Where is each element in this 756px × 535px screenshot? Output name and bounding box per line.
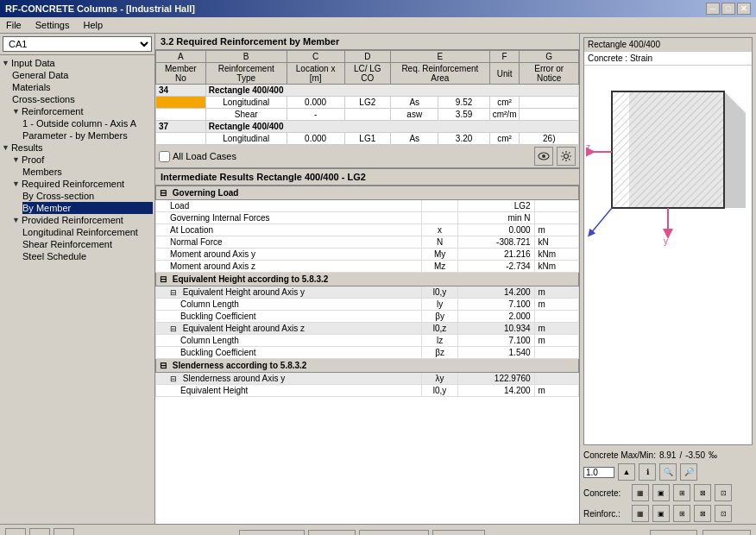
tree-parameter-by-members[interactable]: Parameter - by Members <box>22 129 153 142</box>
row-value: -308.721 <box>458 236 534 249</box>
concrete-spinner[interactable] <box>583 467 614 478</box>
collapse-icon[interactable]: ⊟ <box>160 361 167 370</box>
table-row[interactable]: Shear - asw 3.59 cm²/m <box>156 109 579 121</box>
zoom-in-button[interactable]: 🔍 <box>659 463 677 481</box>
dialog-buttons: OK Cancel <box>650 530 751 535</box>
row-unit: m <box>534 224 578 236</box>
cancel-button[interactable]: Cancel <box>702 530 751 535</box>
table-row: Moment around Axis z Mz -2.734 kNm <box>156 261 579 273</box>
table-row[interactable]: Longitudinal 0.000 LG2 As 9.52 cm² <box>156 97 579 109</box>
menu-help[interactable]: Help <box>80 19 105 31</box>
tree-materials[interactable]: Materials <box>12 81 153 93</box>
tree-steel-schedule[interactable]: Steel Schedule <box>22 250 153 262</box>
spinner-up[interactable]: ▲ <box>618 463 635 481</box>
close-button[interactable]: ✕ <box>737 3 751 15</box>
reinforce-btn-2[interactable]: ▣ <box>652 505 670 522</box>
table-row[interactable]: Longitudinal 0.000 LG1 As 3.20 cm² 26) <box>156 133 579 145</box>
tree-by-member[interactable]: By Member <box>22 202 153 214</box>
row-label: Column Length <box>156 335 422 347</box>
tree-cross-sections[interactable]: Cross-sections <box>12 93 153 105</box>
reinforce-row-label: Reinforc.: <box>583 509 628 519</box>
collapse-icon[interactable]: ⊟ <box>160 274 167 284</box>
cell-lc-lg: LG2 <box>344 97 390 109</box>
tree-proof[interactable]: ▼ Proof <box>12 154 153 166</box>
menu-file[interactable]: File <box>3 19 24 31</box>
cell-symbol: asw <box>391 109 438 121</box>
row-symbol: lz <box>421 335 458 347</box>
reinforcement-table: A B C D E F G Member No Reinforcement Ty… <box>155 50 579 145</box>
cell-location: - <box>287 109 344 121</box>
window-title: RF-CONCRETE Columns - [Industrial Hall] <box>5 3 195 14</box>
row-label: Moment around Axis y <box>156 249 422 261</box>
nav-forward-button[interactable]: ▷ <box>29 528 50 535</box>
collapse-icon[interactable]: ⊟ <box>160 188 167 198</box>
cell-no <box>156 109 206 121</box>
table-row: Load LG2 <box>156 200 579 212</box>
row-unit: m <box>534 286 578 299</box>
col-c: C <box>287 51 344 63</box>
table-row: ⊟ Equivalent Height around Axis z l0,z 1… <box>156 323 579 335</box>
tree-longitudinal-reinforcement[interactable]: Longitudinal Reinforcement <box>22 226 153 238</box>
row-symbol: x <box>421 224 458 236</box>
row-value: 7.100 <box>458 335 534 347</box>
tree-provided-reinforcement[interactable]: ▼ Provided Reinforcement <box>12 214 153 226</box>
zoom-out-button[interactable]: 🔎 <box>680 463 697 481</box>
group-slenderness: ⊟ Slenderness according to 5.8.3.2 <box>156 359 579 373</box>
row-value: min N <box>458 212 534 224</box>
messages-button[interactable]: Messages... <box>359 530 429 535</box>
group-governing-load: ⊟ Governing Load <box>156 186 579 200</box>
row-label: Column Length <box>156 299 422 311</box>
eye-button[interactable] <box>534 147 553 166</box>
concrete-btn-3[interactable]: ⊞ <box>673 484 690 501</box>
settings-button[interactable] <box>557 147 576 166</box>
graphic-button[interactable]: Graphic <box>432 530 485 535</box>
row-label: At Location <box>156 224 422 236</box>
row-label: ⊟ Equivalent Height around Axis y <box>156 286 422 299</box>
nav-down-button[interactable]: ↓ <box>54 528 74 535</box>
right-panel: Rectangle 400/400 Concrete : Strain <box>579 34 756 524</box>
cell-reinforcement-type: Shear <box>205 109 287 121</box>
nav-back-button[interactable]: ◁ <box>5 528 26 535</box>
concrete-btn-2[interactable]: ▣ <box>652 484 670 501</box>
table-row: Column Length lz 7.100 m <box>156 335 579 347</box>
tree-required-reinforcement[interactable]: ▼ Required Reinforcement <box>12 178 153 190</box>
tree-reinforcement[interactable]: ▼ Reinforcement <box>12 105 153 117</box>
menu-settings[interactable]: Settings <box>33 19 72 31</box>
tree-shear-reinforcement[interactable]: Shear Reinforcement <box>22 238 153 250</box>
minimize-button[interactable]: ─ <box>706 3 720 15</box>
col-f: F <box>489 51 520 63</box>
maximize-button[interactable]: □ <box>721 3 735 15</box>
cell-lc-lg: LG1 <box>344 133 390 145</box>
tree-input-data[interactable]: ▼ Input Data <box>2 57 153 69</box>
eye-icon <box>538 152 550 160</box>
all-load-cases-checkbox[interactable]: All Load Cases <box>159 151 236 162</box>
row-label: Load <box>156 200 422 212</box>
row-label: ⊟ Equivalent Height around Axis z <box>156 323 422 335</box>
row-unit <box>534 200 578 212</box>
tree-members[interactable]: Members <box>22 166 153 178</box>
tree-general-data[interactable]: General Data <box>12 69 153 81</box>
ok-button[interactable]: OK <box>650 530 697 535</box>
row-unit <box>534 311 578 323</box>
concrete-btn-5[interactable]: ⊡ <box>715 484 732 501</box>
all-load-cases-input[interactable] <box>159 151 170 162</box>
reinforce-btn-5[interactable]: ⊡ <box>715 505 732 522</box>
tree-results[interactable]: ▼ Results <box>2 142 153 154</box>
row-unit: m <box>534 385 578 397</box>
calculation-button[interactable]: Calculation <box>239 530 305 535</box>
graphic-label: Rectangle 400/400 <box>584 38 752 52</box>
menu-bar: File Settings Help <box>0 17 756 34</box>
info-button[interactable]: ℹ <box>639 463 656 481</box>
reinforce-btn-4[interactable]: ⊠ <box>694 505 711 522</box>
col-g: G <box>520 51 579 63</box>
tree-outside-column[interactable]: 1 - Outside column - Axis A <box>22 117 153 129</box>
reinforce-btn-3[interactable]: ⊞ <box>673 505 690 522</box>
check-button[interactable]: Check <box>308 530 356 535</box>
concrete-btn-1[interactable]: ▦ <box>632 484 649 501</box>
upper-table-title: 3.2 Required Reinforcement by Member <box>155 34 579 50</box>
ca-dropdown[interactable]: CA1 <box>3 36 152 52</box>
concrete-btn-4[interactable]: ⊠ <box>694 484 711 501</box>
reinforce-btn-1[interactable]: ▦ <box>632 505 649 522</box>
ca-selector: CA1 <box>0 34 154 55</box>
tree-by-cross-section[interactable]: By Cross-section <box>22 190 153 202</box>
